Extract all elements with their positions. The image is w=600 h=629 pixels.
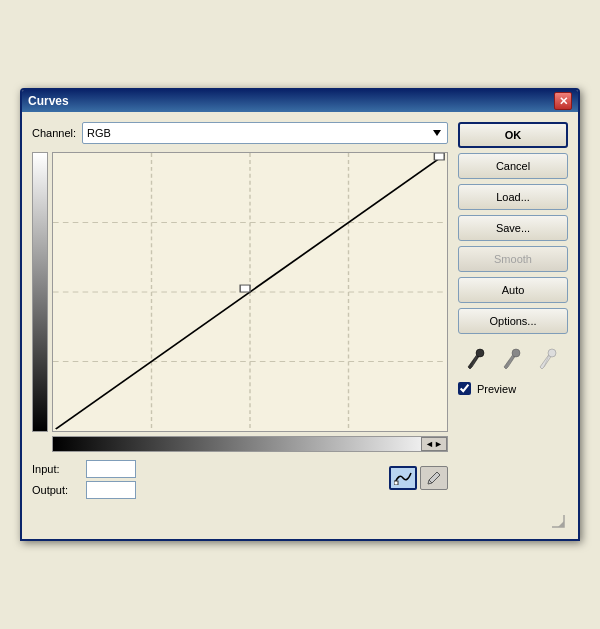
curves-dialog: Curves ✕ Channel: RGB Red Green Blue — [20, 88, 580, 541]
left-panel: Channel: RGB Red Green Blue — [32, 122, 448, 499]
output-field[interactable] — [86, 481, 136, 499]
svg-point-10 — [476, 349, 484, 357]
pencil-tool-button[interactable] — [420, 466, 448, 490]
svg-rect-8 — [434, 153, 444, 160]
curve-tool-icon — [394, 471, 412, 485]
eyedropper-row — [458, 343, 568, 373]
right-panel: OK Cancel Load... Save... Smooth Auto Op… — [458, 122, 568, 499]
pencil-tool-icon — [426, 470, 442, 486]
io-tools-row: Input: Output: — [32, 460, 448, 499]
svg-point-12 — [548, 349, 556, 357]
resize-arrow-icon — [550, 513, 566, 529]
options-button[interactable]: Options... — [458, 308, 568, 334]
load-button[interactable]: Load... — [458, 184, 568, 210]
curve-area: ◄► — [32, 152, 448, 452]
gradient-scroll-btn[interactable]: ◄► — [421, 437, 447, 451]
tools-section — [389, 466, 448, 490]
output-row: Output: — [32, 481, 389, 499]
horizontal-gradient-area: ◄► — [52, 434, 448, 452]
io-section: Input: Output: — [32, 460, 389, 499]
white-point-eyedropper[interactable] — [534, 343, 564, 373]
curve-tool-button[interactable] — [389, 466, 417, 490]
close-button[interactable]: ✕ — [554, 92, 572, 110]
channel-row: Channel: RGB Red Green Blue — [32, 122, 448, 144]
channel-select[interactable]: RGB Red Green Blue — [82, 122, 448, 144]
resize-icon[interactable] — [550, 513, 570, 533]
preview-label: Preview — [477, 383, 516, 395]
svg-point-11 — [512, 349, 520, 357]
smooth-button: Smooth — [458, 246, 568, 272]
svg-rect-9 — [394, 481, 398, 485]
curve-svg — [53, 153, 447, 431]
input-field[interactable] — [86, 460, 136, 478]
ok-button[interactable]: OK — [458, 122, 568, 148]
title-bar: Curves ✕ — [22, 90, 578, 112]
preview-checkbox[interactable] — [458, 382, 471, 395]
save-button[interactable]: Save... — [458, 215, 568, 241]
dialog-title: Curves — [28, 94, 69, 108]
white-eyedropper-icon — [536, 345, 562, 371]
curve-canvas-wrapper: ◄► — [52, 152, 448, 452]
auto-button[interactable]: Auto — [458, 277, 568, 303]
black-eyedropper-icon — [464, 345, 490, 371]
gray-point-eyedropper[interactable] — [498, 343, 528, 373]
curve-canvas[interactable] — [52, 152, 448, 432]
cancel-button[interactable]: Cancel — [458, 153, 568, 179]
svg-marker-13 — [558, 521, 564, 527]
output-label: Output: — [32, 484, 80, 496]
svg-rect-7 — [240, 285, 250, 292]
horizontal-gradient-bar: ◄► — [52, 436, 448, 452]
gray-eyedropper-icon — [500, 345, 526, 371]
black-point-eyedropper[interactable] — [462, 343, 492, 373]
bottom-bar — [22, 509, 578, 539]
input-row: Input: — [32, 460, 389, 478]
preview-row: Preview — [458, 382, 568, 395]
channel-label: Channel: — [32, 127, 76, 139]
input-label: Input: — [32, 463, 80, 475]
vertical-gradient-bar — [32, 152, 48, 432]
dialog-body: Channel: RGB Red Green Blue — [22, 112, 578, 509]
